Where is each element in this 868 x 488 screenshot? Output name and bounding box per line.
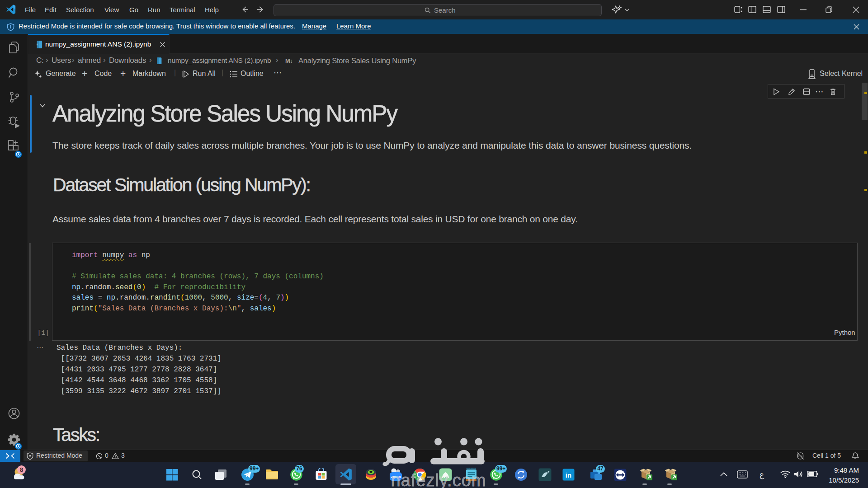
svg-text:in: in bbox=[566, 471, 571, 479]
